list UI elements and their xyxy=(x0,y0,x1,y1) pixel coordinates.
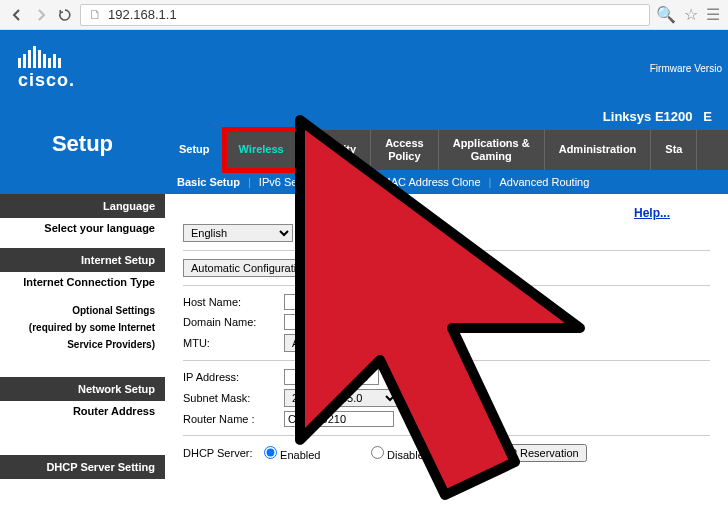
label-mtu: MTU: xyxy=(183,337,278,349)
forward-button[interactable] xyxy=(32,6,50,24)
page-header: cisco. Firmware Versio Setup Linksys E12… xyxy=(0,30,728,194)
subtab-ddns[interactable]: DDNS xyxy=(332,176,363,188)
label-ip-address: IP Address: xyxy=(183,371,278,383)
label-optional-2: (required by some Internet xyxy=(0,319,165,336)
dhcp-enabled-option[interactable]: Enabled xyxy=(264,446,359,461)
subtab-basic-setup[interactable]: Basic Setup xyxy=(177,176,240,188)
label-router-name: Router Name : xyxy=(183,413,278,425)
tab-status[interactable]: Sta xyxy=(651,130,697,170)
page-title: Setup xyxy=(0,103,165,194)
connection-type-select[interactable]: Automatic Configuration - DHCP xyxy=(183,259,383,277)
language-select[interactable]: English xyxy=(183,224,293,242)
label-optional-3: Service Providers) xyxy=(0,336,165,353)
tab-administration[interactable]: Administration xyxy=(545,130,652,170)
mtu-size-input[interactable] xyxy=(385,335,425,351)
section-internet-setup: Internet Setup xyxy=(0,248,165,272)
zoom-icon[interactable]: 🔍 xyxy=(656,5,676,24)
ip-octet-3[interactable] xyxy=(394,369,434,385)
menu-icon[interactable]: ☰ xyxy=(706,5,720,24)
router-name-input[interactable] xyxy=(284,411,394,427)
label-dhcp-server: DHCP Server: xyxy=(183,447,258,459)
section-language: Language xyxy=(0,194,165,218)
mtu-select[interactable]: Auto xyxy=(284,334,339,352)
reload-button[interactable] xyxy=(56,6,74,24)
tab-access-policy[interactable]: Access Policy xyxy=(371,130,439,170)
label-connection-type: Internet Connection Type xyxy=(0,272,165,290)
model-label: Linksys E1200 E xyxy=(165,103,728,130)
label-subnet-mask: Subnet Mask: xyxy=(183,392,278,404)
label-size: Size: xyxy=(354,337,378,349)
firmware-version: Firmware Versio xyxy=(650,63,722,74)
browser-toolbar: 🗋 192.168.1.1 🔍 ☆ ☰ xyxy=(0,0,728,30)
dhcp-disabled-option[interactable]: Disabled xyxy=(371,446,466,461)
label-optional-settings: Optional Settings xyxy=(0,302,165,319)
subtab-mac-clone[interactable]: MAC Address Clone xyxy=(382,176,481,188)
star-icon[interactable]: ☆ xyxy=(684,5,698,24)
address-bar[interactable]: 🗋 192.168.1.1 xyxy=(80,4,650,26)
host-name-input[interactable] xyxy=(284,294,404,310)
dhcp-reservation-button[interactable]: DHCP Reservation xyxy=(478,444,587,462)
section-network-setup: Network Setup xyxy=(0,377,165,401)
tab-security[interactable]: Security xyxy=(299,130,371,170)
label-router-address: Router Address xyxy=(0,401,165,419)
tab-applications-gaming[interactable]: Applications & Gaming xyxy=(439,130,545,170)
router-admin-page: cisco. Firmware Versio Setup Linksys E12… xyxy=(0,30,728,524)
domain-name-input[interactable] xyxy=(284,314,404,330)
sub-tabs: Basic Setup | IPv6 Setup | DDNS | MAC Ad… xyxy=(165,170,728,194)
cisco-logo: cisco. xyxy=(0,38,728,103)
back-button[interactable] xyxy=(8,6,26,24)
section-dhcp-setting: DHCP Server Setting xyxy=(0,455,165,479)
tab-wireless[interactable]: Wireless xyxy=(225,130,299,170)
ip-octet-1[interactable] xyxy=(284,369,324,385)
ip-octet-2[interactable] xyxy=(339,369,379,385)
settings-sidebar: Language Select your language Internet S… xyxy=(0,194,165,479)
label-host-name: Host Name: xyxy=(183,296,278,308)
label-domain-name: Domain Name: xyxy=(183,316,278,328)
label-select-language: Select your language xyxy=(0,218,165,236)
tab-setup[interactable]: Setup xyxy=(165,130,225,170)
settings-main: Help... English Automatic Configuration … xyxy=(165,194,728,479)
help-link[interactable]: Help... xyxy=(634,206,670,220)
main-tabs: Setup Wireless Security Access Policy Ap… xyxy=(165,130,728,170)
subnet-mask-select[interactable]: 255.255.255.0 xyxy=(284,389,399,407)
subtab-ipv6-setup[interactable]: IPv6 Setup xyxy=(259,176,313,188)
subtab-advanced-routing[interactable]: Advanced Routing xyxy=(499,176,589,188)
